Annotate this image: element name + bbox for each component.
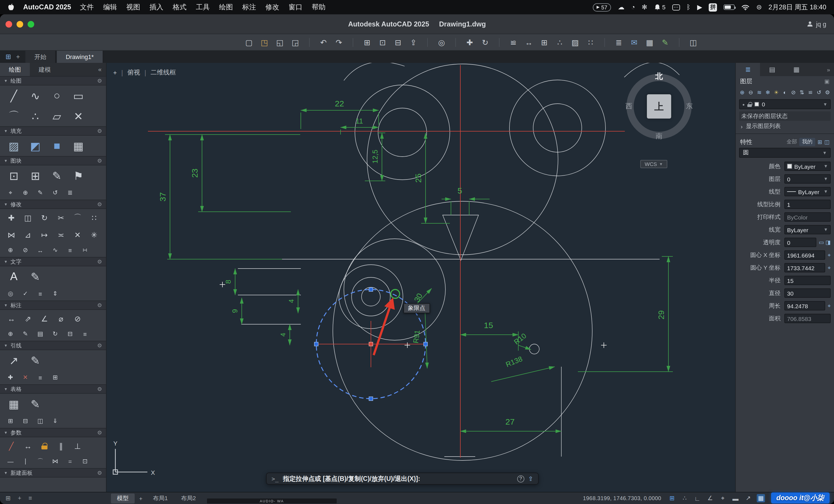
sheet-set-button[interactable]: ▦ <box>643 36 656 48</box>
property-value-field-2[interactable]: ByLayer▼ <box>784 187 831 196</box>
now-playing-icon[interactable]: ▶ <box>697 3 702 11</box>
panel-section-header-1[interactable]: ▼填充⚙ <box>0 126 106 136</box>
section-settings-gear-icon[interactable]: ⚙ <box>97 302 102 308</box>
dimension-style-button[interactable]: ▤ <box>34 329 46 339</box>
transparency-buttons[interactable]: ▭ ◨ <box>819 239 831 245</box>
save-button[interactable]: ◱ <box>274 36 286 48</box>
match-properties-button[interactable]: ≌ <box>507 36 519 48</box>
insert-column-button[interactable]: ⊟ <box>19 416 31 426</box>
property-value-field-7[interactable]: 1961.6694 <box>784 250 826 260</box>
arc-button[interactable]: ⌒ <box>4 108 23 124</box>
vertical-constraint-button[interactable]: ∣ <box>19 456 31 466</box>
point-style-button[interactable]: ∴ <box>26 108 45 124</box>
panel-section-header-6[interactable]: ▼引线⚙ <box>0 341 106 350</box>
pick-point-icon[interactable]: ⌖ <box>828 252 831 258</box>
pan-button[interactable]: ✚ <box>464 36 476 48</box>
messages-icon[interactable]: ⋯ <box>672 4 680 10</box>
layers-palette-tab[interactable]: ≣ <box>736 63 760 76</box>
collapse-panel-button[interactable]: « <box>94 63 106 76</box>
new-drawing-button[interactable]: ▢ <box>243 36 255 48</box>
layer-state-dropdown[interactable]: 未保存的图层状态 <box>739 111 831 121</box>
spell-check-button[interactable]: ✓ <box>19 289 31 299</box>
table-button[interactable]: ▦ <box>4 395 23 412</box>
menubar-item-6[interactable]: 绘图 <box>219 2 233 12</box>
new-layer-button[interactable]: ⊕ <box>739 88 746 96</box>
lock-layer-button[interactable]: ⊘ <box>790 88 797 96</box>
define-attributes-button[interactable]: ⚑ <box>69 167 88 184</box>
panel-section-header-7[interactable]: ▼表格⚙ <box>0 384 106 394</box>
tangent-constraint-button[interactable]: ⌒ <box>34 456 46 466</box>
pick-point-icon[interactable]: ⌖ <box>828 302 831 309</box>
show-layer-list-toggle[interactable]: › 显示图层列表 <box>736 121 834 131</box>
align-leaders-button[interactable]: ≡ <box>34 372 46 383</box>
undo-button[interactable]: ↶ <box>317 36 330 48</box>
command-help-button[interactable]: ? <box>517 475 524 482</box>
erase-button[interactable]: ✕ <box>71 228 84 242</box>
break-button[interactable]: ⊘ <box>19 245 31 255</box>
gradient-button[interactable]: ◩ <box>26 137 45 154</box>
panel-section-header-2[interactable]: ▼图块⚙ <box>0 156 106 165</box>
freeze-layer-button[interactable]: ❄ <box>764 88 772 96</box>
viewport-menu-button[interactable]: + <box>113 69 117 76</box>
lineweight-display-toggle[interactable]: ▬ <box>731 494 740 502</box>
menubar-item-7[interactable]: 标注 <box>242 2 256 12</box>
section-settings-gear-icon[interactable]: ⚙ <box>97 201 102 207</box>
edit-text-button[interactable]: ✎ <box>26 268 45 285</box>
quick-select-icon[interactable]: ⊞ <box>817 139 822 145</box>
layer-color-swatch[interactable] <box>754 102 759 107</box>
viewcube-west[interactable]: 西 <box>626 102 632 111</box>
menubar-item-4[interactable]: 格式 <box>173 2 186 12</box>
zoom-window-button[interactable]: ◎ <box>436 36 448 48</box>
etransmit-button[interactable]: ✉ <box>628 36 640 48</box>
radius-dimension-button[interactable]: ⌀ <box>54 312 68 325</box>
sheets-palette-tab[interactable]: ▦ <box>784 63 809 76</box>
dimension-break-button[interactable]: ⊟ <box>64 329 76 339</box>
collapse-triangle-icon[interactable]: ▼ <box>4 159 8 163</box>
text-scale-button[interactable]: ⇕ <box>49 289 61 299</box>
filter-mine-button[interactable]: 我的 <box>799 138 815 146</box>
pick-point-icon[interactable]: ⌖ <box>828 265 831 271</box>
lengthen-button[interactable]: ↔ <box>34 245 46 255</box>
orbit-button[interactable]: ↻ <box>479 36 491 48</box>
annotation-monitor-toggle[interactable]: ↗ <box>744 494 752 502</box>
dropdown-caret-icon[interactable]: ▼ <box>824 189 828 194</box>
add-leader-button[interactable]: ✚ <box>4 372 17 383</box>
collapse-triangle-icon[interactable]: ▼ <box>4 344 8 347</box>
multileader-button[interactable]: ↗ <box>4 352 23 369</box>
property-value-field-9[interactable]: 15 <box>784 276 831 285</box>
export-table-button[interactable]: ⇓ <box>49 416 61 426</box>
open-drawing-button[interactable]: ◳ <box>258 36 270 48</box>
redo-button[interactable]: ↷ <box>333 36 345 48</box>
section-settings-gear-icon[interactable]: ⚙ <box>97 259 102 265</box>
panel-section-header-4[interactable]: ▼文字⚙ <box>0 257 106 266</box>
layer-properties-button[interactable]: ≣ <box>613 36 625 48</box>
section-settings-gear-icon[interactable]: ⚙ <box>97 470 102 476</box>
grid-display-toggle[interactable]: ⊞ <box>668 494 676 502</box>
layer-on-button[interactable]: ☀ <box>773 88 780 96</box>
sync-attributes-button[interactable]: ↺ <box>49 187 61 198</box>
dropdown-caret-icon[interactable]: ▼ <box>824 177 828 181</box>
dropdown-caret-icon[interactable]: ▼ <box>824 227 828 232</box>
dimension-edit-button[interactable]: ✎ <box>19 329 31 339</box>
collapse-triangle-icon[interactable]: ▼ <box>4 431 8 435</box>
linear-parameter-button[interactable]: ↔ <box>21 439 35 453</box>
polyline-edit-button[interactable]: ∿ <box>49 245 61 255</box>
circle-button[interactable]: ○ <box>47 87 66 104</box>
menubar-item-9[interactable]: 窗口 <box>289 2 303 12</box>
apple-logo-icon[interactable] <box>8 3 14 11</box>
parallel-constraint-button[interactable]: ∥ <box>54 439 68 453</box>
bluetooth-icon[interactable]: ᛒ <box>687 3 690 11</box>
palette-overflow-button[interactable]: » <box>823 63 834 76</box>
point-style-button[interactable]: ∴ <box>554 36 566 48</box>
section-settings-gear-icon[interactable]: ⚙ <box>97 342 102 348</box>
collapse-triangle-icon[interactable]: ▼ <box>4 387 8 391</box>
fix-constraint-button[interactable]: ⊡ <box>79 456 91 466</box>
attach-reference-button[interactable]: ⊕ <box>19 187 31 198</box>
measure-button[interactable]: ↔ <box>523 36 535 48</box>
menubar-clock[interactable]: 2月28日 周五 18:40 <box>769 2 826 12</box>
move-button[interactable]: ✚ <box>4 211 18 224</box>
cloud-icon[interactable]: ☁ <box>618 3 624 11</box>
ucs-icon[interactable] <box>113 449 147 474</box>
wcs-dropdown[interactable]: WCS▼ <box>640 160 667 168</box>
polar-tracking-toggle[interactable]: ∠ <box>706 494 714 502</box>
